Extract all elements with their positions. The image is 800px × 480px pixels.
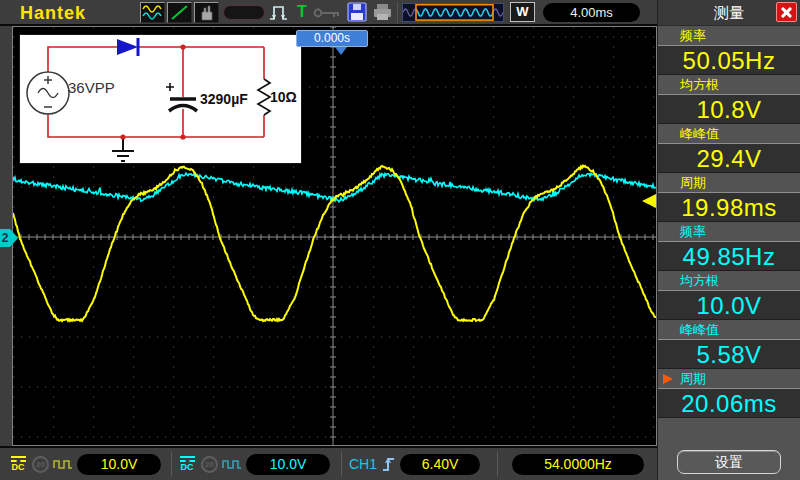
statusbar-separator [171,452,172,476]
ch1-coupling-icon[interactable]: DC [8,456,28,472]
waveform-preview-strip[interactable] [402,3,504,22]
trigger-level-arrow-icon[interactable] [642,194,656,208]
measurement-label: 周期 [658,173,800,192]
waves-icon [141,3,164,22]
ch2-coupling-icon[interactable]: DC [177,456,197,472]
trigger-frequency-group: 54.0000Hz [512,453,644,475]
close-icon[interactable] [776,2,797,22]
selected-arrow-icon [663,374,673,384]
measurement-value: 20.06ms [658,388,800,418]
lock-key-icon[interactable] [313,6,343,20]
sidebar-title-text: 测量 [714,4,744,21]
waveform-display-button[interactable] [140,2,165,23]
measurement-label: 峰峰值 [658,124,800,143]
source-label: 36VPP [68,79,115,96]
circuit-inset: 36VPP 3290µF 10Ω [19,34,302,164]
sidebar-title: 测量 [658,0,800,26]
preview-waveform-icon [403,4,503,21]
measurement-value: 5.58V [658,339,800,369]
measurement-value: 10.8V [658,94,800,124]
time-offset-marker[interactable]: 0.000s [296,30,368,47]
toolbar: Hantek T [0,0,657,26]
ch1-probe-icon[interactable] [53,458,73,471]
status-bar: DC 20 10.0V DC 20 10.0V CH1 [0,446,657,480]
measurement-list: 频率 50.05Hz 均方根 10.8V 峰峰值 29.4V 周期 19.98m… [658,26,800,418]
trigger-status-group[interactable]: CH1 6.40V [349,453,480,475]
measurement-value: 19.98ms [658,192,800,222]
measurement-label: 频率 [658,222,800,241]
ch2-status-group[interactable]: DC 20 10.0V [177,453,330,475]
capacitor-label: 3290µF [200,91,248,107]
ch1-bandwidth-icon[interactable]: 20 [32,456,49,473]
hand-icon [195,3,218,22]
scope-display: 36VPP 3290µF 10Ω 0.000s [12,26,657,446]
ch2-bandwidth-icon[interactable]: 20 [201,456,218,473]
measurement-label: 均方根 [658,75,800,94]
circuit-diagram [20,35,303,165]
measurement-label: 频率 [658,26,800,45]
status-display-pill [223,5,265,20]
trigger-t-indicator: T [297,3,307,21]
ch2-zero-marker[interactable]: 2 [0,229,10,247]
pan-hand-button[interactable] [194,2,219,23]
pulse-trigger-icon[interactable] [268,2,292,23]
ch2-volts-div[interactable]: 10.0V [246,454,330,475]
print-icon[interactable] [372,2,393,23]
statusbar-separator [497,452,498,476]
ch2-probe-icon[interactable] [222,458,242,471]
timebase-value[interactable]: 4.00ms [543,3,640,22]
ch1-volts-div[interactable]: 10.0V [77,454,161,475]
measurement-label: 均方根 [658,271,800,290]
trigger-level-value[interactable]: 6.40V [400,454,480,475]
toolbar-separator [397,2,398,23]
save-icon[interactable] [347,2,368,23]
measurement-value: 50.05Hz [658,45,800,75]
ch1-status-group[interactable]: DC 20 10.0V [8,453,161,475]
measurement-value: 29.4V [658,143,800,173]
rising-edge-icon[interactable] [381,455,396,473]
trigger-source[interactable]: CH1 [349,456,377,472]
measurement-sidebar: 测量 频率 50.05Hz 均方根 10.8V 峰峰值 29.4V 周期 19.… [657,0,800,480]
window-mode-button[interactable]: W [510,2,535,22]
measurement-label: 峰峰值 [658,320,800,339]
measurement-value: 10.0V [658,290,800,320]
statusbar-separator [341,452,342,476]
settings-button[interactable]: 设置 [677,450,781,474]
hantek-logo: Hantek [20,3,86,24]
cursor-line-button[interactable] [167,2,192,23]
measurement-value: 49.85Hz [658,241,800,271]
line-icon [168,3,191,22]
measurement-label-selected: 周期 [658,369,800,388]
trigger-frequency-value: 54.0000Hz [512,454,644,475]
oscilloscope-app: Hantek T [0,0,800,480]
resistor-label: 10Ω [270,89,297,105]
